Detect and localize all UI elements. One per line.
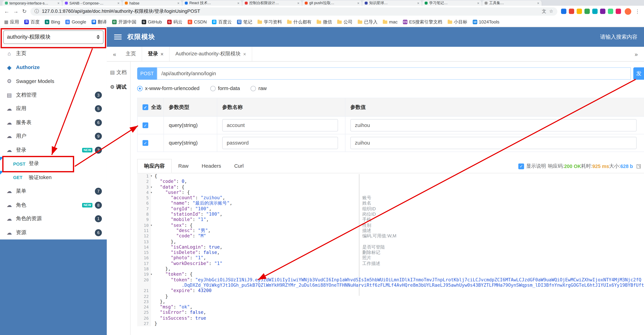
fold-icon[interactable]: ▾ [150,272,152,277]
param-name-input[interactable]: password [222,137,338,149]
document-tab[interactable]: 登录× [142,47,170,61]
document-tab[interactable]: 主页 [120,47,142,61]
tab-close-icon[interactable]: × [417,1,420,5]
tab-close-icon[interactable]: × [177,1,180,5]
line-number[interactable]: 11 [137,228,151,234]
search-input[interactable]: 请输入搜索内容 [600,33,638,41]
row-checkbox[interactable]: ✓ [142,140,148,146]
extension-icon[interactable] [616,9,621,14]
line-number[interactable]: 16 [137,255,151,261]
bookmark-item[interactable]: bBing [45,19,60,24]
tab-close-icon[interactable]: × [58,1,60,5]
line-number[interactable]: 27 [137,321,151,326]
extension-icon[interactable] [584,9,590,14]
response-tab[interactable]: Curl [228,159,250,173]
bookmark-item[interactable]: 公司 [337,19,352,25]
bookmark-item[interactable]: 微信 [317,19,332,25]
bookmark-item[interactable]: G码云 [167,19,182,25]
body-type-radio[interactable]: form-data [210,86,240,91]
line-number[interactable]: 22 [137,294,151,299]
radio-icon[interactable] [137,86,142,91]
endpoint-url-field[interactable]: /api/authority/anno/login [157,68,631,80]
bookmark-item[interactable]: mac [383,19,398,24]
body-type-radio[interactable]: raw [250,86,267,91]
bookmark-item[interactable]: 101024Tools [473,19,500,24]
document-tab[interactable]: Authorize-authority-权限模块× [170,47,252,61]
refresh-icon[interactable]: ↻ [22,9,27,14]
sidebar-item[interactable]: ☁角色NEW8 [0,198,107,212]
site-info-icon[interactable]: ⓘ [34,8,39,14]
browser-tab[interactable]: SANB - Compose-…× [62,0,122,6]
show-desc-checkbox[interactable]: ✓ [518,163,524,169]
extension-icon[interactable] [576,9,582,14]
fold-icon[interactable]: ▾ [150,184,152,190]
tab-close-icon[interactable]: × [117,1,120,5]
panel-tab-调试[interactable]: ⚙调试 [107,80,130,94]
bookmark-item[interactable]: ESES搜索引擎文档 [403,19,442,25]
translate-icon[interactable]: 文 [542,8,546,14]
sidebar-item[interactable]: ⌂主页 [0,47,107,60]
line-number[interactable]: 7 [137,206,151,212]
line-number[interactable]: 21 [137,288,151,294]
sidebar-subitem-post[interactable]: POST登录 [0,157,107,171]
browser-tab[interactable]: temporary-interface-s…× [2,0,62,6]
bookmark-item[interactable]: GGoogle [66,19,86,24]
url-bar[interactable]: ⓘ 127.0.0.1:8760/api/gate/doc.html#/auth… [30,7,558,16]
back-icon[interactable]: ← [4,9,10,14]
fold-icon[interactable]: ▾ [150,173,152,179]
bookmark-item[interactable]: GGitHub [142,19,162,24]
param-value-input[interactable]: zuihou [350,119,636,132]
browser-tab[interactable]: 工具集…× [482,0,542,6]
response-tab[interactable]: Raw [172,159,195,173]
tab-close-icon[interactable]: × [243,51,246,57]
tab-close-icon[interactable]: × [160,51,164,57]
line-number[interactable]: 9 [137,217,151,222]
url-text[interactable]: 127.0.0.1:8760/api/gate/doc.html#/author… [42,8,539,14]
radio-icon[interactable] [250,86,256,91]
sidebar-subitem-get[interactable]: GET验证token [0,170,107,184]
bookmark-item[interactable]: 学习资料 [258,19,282,25]
panel-tab-文档[interactable]: ▤文档 [107,65,130,80]
tabs-collapse-icon[interactable]: « [109,47,120,61]
tab-close-icon[interactable]: × [357,1,360,5]
bookmark-item[interactable]: 小目标 [448,19,467,25]
bookmark-item[interactable]: O开源中国 [112,19,136,25]
bookmark-item[interactable]: 记笔记 [237,19,252,25]
bookmark-item[interactable]: ▦应用 [4,19,19,25]
expand-icon[interactable] [636,164,641,168]
browser-tab[interactable]: habse× [122,0,182,6]
browser-menu-icon[interactable]: ⋮ [635,8,640,14]
sidebar-item[interactable]: ☁用户9 [0,130,107,143]
line-number[interactable]: 5 [137,195,151,201]
radio-icon[interactable] [210,86,216,91]
sidebar-item[interactable]: ☁服务表6 [0,116,107,130]
bookmark-item[interactable]: CCSDN [188,19,207,24]
fold-icon[interactable]: ▾ [150,222,152,228]
extension-icon[interactable] [600,9,605,14]
bookmark-item[interactable]: 译翻译 [92,19,107,25]
line-number[interactable]: 17 [137,261,151,266]
sidebar-item[interactable]: ▤文档管理3 [0,88,107,102]
response-tab[interactable]: 响应内容 [137,159,172,173]
browser-tab[interactable]: 知识星球…× [362,0,422,6]
sidebar-item[interactable]: ☁资源6 [0,226,107,240]
bookmark-item[interactable]: 百百度 [24,19,40,25]
line-number[interactable]: 4▾ [137,190,151,195]
profile-avatar[interactable] [625,8,631,14]
sidebar-item[interactable]: ☁角色的资源1 [0,212,107,226]
extension-icon[interactable] [561,9,566,14]
extension-icon[interactable] [569,9,574,14]
param-name-input[interactable]: account [222,119,338,132]
sidebar-item[interactable]: ☁登录NEW2 [0,143,107,157]
line-number[interactable]: 24 [137,304,151,310]
extension-icon[interactable] [608,9,613,14]
extension-icon[interactable] [592,9,598,14]
browser-tab[interactable]: React 技术…× [182,0,242,6]
line-number[interactable]: 18 [137,266,151,272]
line-number[interactable]: 3▾ [137,184,151,190]
line-number[interactable]: 10▾ [137,222,151,228]
bookmark-item[interactable]: 云百度云 [212,19,232,25]
body-type-radio[interactable]: x-www-form-urlencoded [137,86,199,91]
line-number[interactable]: 13 [137,239,151,244]
bookmark-item[interactable]: 什么都有 [287,19,312,25]
